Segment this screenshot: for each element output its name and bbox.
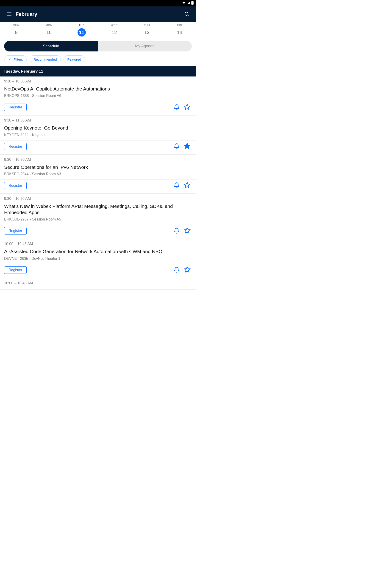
filters-label: Filters bbox=[14, 57, 23, 61]
app-bar: February bbox=[0, 6, 196, 22]
star-icon bbox=[184, 266, 191, 274]
notify-button[interactable] bbox=[172, 103, 181, 112]
session-time: 9:30 – 10:30 AM bbox=[4, 197, 192, 201]
date-dow: TUE bbox=[79, 24, 85, 27]
svg-line-1 bbox=[188, 15, 189, 16]
session-card[interactable]: 9:30 – 10:30 AMSecure Operations for an … bbox=[0, 155, 196, 194]
session-actions: Register bbox=[0, 225, 196, 239]
date-cell[interactable]: WED12 bbox=[98, 22, 131, 38]
favorite-button[interactable] bbox=[183, 266, 192, 275]
favorite-button[interactable] bbox=[183, 181, 192, 190]
date-dow: THU bbox=[144, 24, 150, 27]
search-button[interactable] bbox=[182, 9, 192, 19]
date-section-header: Tuesday, February 11 bbox=[0, 66, 196, 77]
session-actions: Register bbox=[0, 179, 196, 193]
date-strip: SUN9MON10TUE11WED12THU13FRI14 bbox=[0, 22, 196, 38]
favorite-button[interactable] bbox=[183, 142, 192, 151]
svg-point-0 bbox=[185, 12, 188, 15]
favorite-button[interactable] bbox=[183, 103, 192, 112]
session-card[interactable]: 10:00 – 10:45 AM bbox=[0, 278, 196, 290]
session-title: AI-Assisted Code Generation for Network … bbox=[4, 248, 192, 254]
session-time: 9:30 – 10:30 AM bbox=[4, 157, 192, 162]
notify-button[interactable] bbox=[172, 142, 181, 151]
date-dow: WED bbox=[111, 24, 118, 27]
session-title: What's New in Webex Platform APIs: Messa… bbox=[4, 203, 192, 216]
bell-icon bbox=[173, 267, 180, 274]
date-num: 9 bbox=[12, 28, 20, 36]
date-dow: SUN bbox=[13, 24, 19, 27]
bell-icon bbox=[173, 227, 180, 234]
menu-button[interactable] bbox=[4, 9, 14, 19]
session-meta: BRKOPS-1358 - Session Room A6 bbox=[4, 94, 192, 98]
date-num: 11 bbox=[77, 28, 86, 36]
favorite-button[interactable] bbox=[183, 226, 192, 235]
bell-icon bbox=[173, 104, 180, 111]
session-actions: Register bbox=[0, 264, 196, 278]
notify-button[interactable] bbox=[172, 266, 181, 275]
date-dow: FRI bbox=[177, 24, 182, 27]
session-meta: KEYGEN-1111 - Keynote bbox=[4, 133, 192, 137]
bell-icon bbox=[173, 143, 180, 150]
wifi-icon bbox=[182, 1, 186, 5]
tab-my-agenda[interactable]: My Agenda bbox=[98, 41, 192, 52]
session-title: Secure Operations for an IPv6 Network bbox=[4, 164, 192, 170]
signal-icon bbox=[187, 1, 190, 5]
date-num: 10 bbox=[45, 28, 53, 36]
star-icon bbox=[184, 104, 191, 111]
notify-button[interactable] bbox=[172, 181, 181, 190]
session-actions: Register bbox=[0, 101, 196, 115]
date-cell[interactable]: FRI14 bbox=[163, 22, 196, 38]
register-button[interactable]: Register bbox=[4, 182, 27, 189]
star-icon bbox=[184, 143, 191, 150]
notify-button[interactable] bbox=[172, 226, 181, 235]
session-card[interactable]: 9:30 – 10:30 AMWhat's New in Webex Platf… bbox=[0, 194, 196, 239]
session-time: 10:00 – 10:45 AM bbox=[4, 242, 192, 246]
session-time: 9:30 – 11:30 AM bbox=[4, 118, 192, 122]
session-time: 10:00 – 10:45 AM bbox=[4, 281, 192, 285]
page-title: February bbox=[16, 11, 37, 17]
date-num: 14 bbox=[175, 28, 184, 36]
date-cell[interactable]: SUN9 bbox=[0, 22, 33, 38]
battery-icon bbox=[191, 1, 194, 6]
session-actions: Register bbox=[0, 140, 196, 154]
sessions-list: 9:30 – 10:30 AMNetDevOps AI Copilot: Aut… bbox=[0, 77, 196, 290]
register-button[interactable]: Register bbox=[4, 227, 27, 234]
session-card[interactable]: 9:30 – 10:30 AMNetDevOps AI Copilot: Aut… bbox=[0, 77, 196, 115]
session-meta: BRKCOL-2907 - Session Room A5 bbox=[4, 217, 192, 221]
session-meta: DEVNET-2635 - DevNet Theater 1 bbox=[4, 257, 192, 261]
sliders-icon bbox=[8, 57, 12, 62]
date-num: 12 bbox=[110, 28, 118, 36]
session-time: 9:30 – 10:30 AM bbox=[4, 79, 192, 83]
star-icon bbox=[184, 227, 191, 235]
session-card[interactable]: 9:30 – 11:30 AMOpening Keynote: Go Beyon… bbox=[0, 115, 196, 155]
bell-icon bbox=[173, 182, 180, 189]
hamburger-icon bbox=[6, 11, 12, 18]
date-cell[interactable]: TUE11 bbox=[65, 22, 98, 38]
featured-button[interactable]: Featured bbox=[64, 55, 85, 63]
register-button[interactable]: Register bbox=[4, 143, 27, 150]
filters-row: Filters Recommended Featured bbox=[0, 54, 196, 66]
register-button[interactable]: Register bbox=[4, 267, 27, 274]
star-icon bbox=[184, 182, 191, 189]
session-meta: BRKSEC-2044 - Session Room A3 bbox=[4, 172, 192, 176]
status-bar bbox=[0, 0, 196, 6]
session-title: NetDevOps AI Copilot: Automate the Autom… bbox=[4, 86, 192, 92]
register-button[interactable]: Register bbox=[4, 104, 27, 111]
filters-button[interactable]: Filters bbox=[4, 55, 27, 63]
recommended-button[interactable]: Recommended bbox=[30, 55, 61, 63]
view-toggle: Schedule My Agenda bbox=[0, 38, 196, 54]
session-card[interactable]: 10:00 – 10:45 AMAI-Assisted Code Generat… bbox=[0, 239, 196, 278]
tab-schedule[interactable]: Schedule bbox=[4, 41, 98, 52]
date-num: 13 bbox=[143, 28, 151, 36]
date-cell[interactable]: THU13 bbox=[131, 22, 163, 38]
date-cell[interactable]: MON10 bbox=[33, 22, 65, 38]
date-dow: MON bbox=[46, 24, 52, 27]
session-title: Opening Keynote: Go Beyond bbox=[4, 125, 192, 131]
search-icon bbox=[184, 11, 190, 17]
